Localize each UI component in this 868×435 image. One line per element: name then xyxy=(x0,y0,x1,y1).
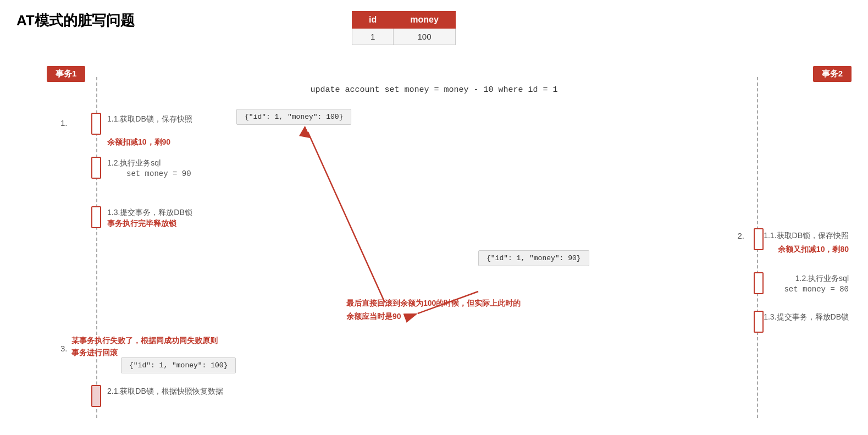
tx1-step-1-1-note: 余额扣减10，剩90 xyxy=(107,137,170,147)
step-2-1-label: 2.1.获取DB锁，根据快照恢复数据 xyxy=(107,387,223,397)
db-table-row: 1 100 xyxy=(352,29,456,45)
num-label-1: 1. xyxy=(60,118,68,128)
sql-statement: update account set money = money - 10 wh… xyxy=(310,85,557,95)
tx1-box-1 xyxy=(91,113,101,135)
tx1-step-1-3-note: 事务执行完毕释放锁 xyxy=(107,219,176,229)
tx1-step-1-2-label: 1.2.执行业务sql xyxy=(107,158,161,168)
tx2-step-1-3-label: 1.3.提交事务，释放DB锁 xyxy=(695,312,849,322)
db-table: id money 1 100 xyxy=(352,11,456,45)
db-table-header-money: money xyxy=(394,12,456,29)
tx2-step-1-2-code: set money = 80 xyxy=(695,285,849,294)
tx1-label: 事务1 xyxy=(47,66,85,82)
tx1-box-2 xyxy=(91,157,101,179)
tx2-step-1-1-note: 余额又扣减10，剩80 xyxy=(695,245,849,255)
db-table-header-id: id xyxy=(352,12,394,29)
tx2-label: 事务2 xyxy=(813,66,852,82)
svg-line-2 xyxy=(308,132,385,302)
tx1-step-1-3-label: 1.3.提交事务，释放DB锁 xyxy=(107,208,192,218)
tx1-step-1-2-code: set money = 90 xyxy=(126,169,191,178)
tx2-step-1-2-label: 1.2.执行业务sql xyxy=(695,274,849,284)
step3-note: 某事务执行失败了，根据同成功同失败原则 事务进行回滚 xyxy=(71,334,218,359)
db-table-cell-id: 1 xyxy=(352,29,394,45)
db-table-cell-money: 100 xyxy=(394,29,456,45)
arrow-annotation: 最后直接回滚到余额为100的时候，但实际上此时的余额应当时是90 xyxy=(346,297,521,323)
tx1-snapshot-box: {"id": 1, "money": 100} xyxy=(236,109,351,125)
tx1-box-3 xyxy=(91,206,101,228)
step3-snapshot-box: {"id": 1, "money": 100} xyxy=(121,357,236,373)
tx2-step-1-1-label: 1.1.获取DB锁，保存快照 xyxy=(695,231,849,241)
num-label-3: 3. xyxy=(60,344,68,353)
tx2-snapshot-box: {"id": 1, "money": 90} xyxy=(478,250,589,266)
tx1-rollback-box xyxy=(91,385,101,407)
tx1-step-1-1-label: 1.1.获取DB锁，保存快照 xyxy=(107,114,192,124)
